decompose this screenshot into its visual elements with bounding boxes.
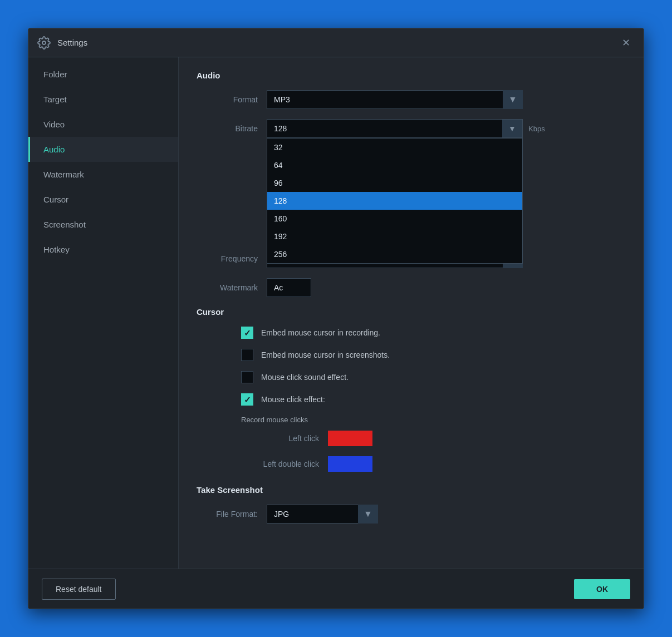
click-effect-checkbox[interactable]: ✓ [241, 393, 253, 406]
left-click-label: Left click [241, 434, 319, 443]
sidebar-item-folder[interactable]: Folder [28, 62, 178, 87]
watermark-input[interactable] [267, 278, 311, 297]
kbps-label: Kbps [528, 125, 545, 133]
file-format-select[interactable]: JPG [267, 505, 378, 524]
settings-window: Settings ✕ Folder Target Video Audio Wat… [28, 28, 644, 609]
cursor-section-title: Cursor [197, 307, 626, 317]
left-click-row: Left click [241, 431, 626, 446]
frequency-label: Frequency [197, 254, 258, 263]
bitrate-option-256[interactable]: 256 [267, 245, 522, 263]
left-click-color-swatch[interactable] [328, 431, 372, 446]
bitrate-select-container: 128 ▼ Kbps 32 64 96 128 160 192 256 [267, 119, 545, 138]
audio-section-title: Audio [197, 71, 626, 80]
settings-icon [37, 36, 51, 50]
bitrate-dropdown: 32 64 96 128 160 192 256 [267, 138, 523, 264]
file-format-select-wrapper: JPG ▼ [267, 505, 378, 524]
bitrate-row: Bitrate 128 ▼ Kbps 32 64 96 128 [197, 119, 626, 138]
embed-recording-row: ✓ Embed mouse cursor in recording. [241, 327, 626, 339]
format-label: Format [197, 95, 258, 104]
bitrate-option-160[interactable]: 160 [267, 210, 522, 228]
ok-button[interactable]: OK [574, 579, 630, 599]
watermark-row: Watermark [197, 278, 626, 297]
close-button[interactable]: ✕ [617, 34, 635, 52]
click-sound-checkbox[interactable] [241, 371, 253, 383]
sidebar-item-video[interactable]: Video [28, 112, 178, 137]
sidebar-item-audio[interactable]: Audio [28, 137, 178, 162]
watermark-label: Watermark [197, 283, 258, 292]
embed-screenshots-checkbox[interactable] [241, 349, 253, 361]
sidebar-item-hotkey[interactable]: Hotkey [28, 237, 178, 262]
file-format-label: File Format: [197, 510, 258, 519]
bitrate-select[interactable]: 128 ▼ [267, 119, 523, 138]
checkmark-icon: ✓ [244, 329, 251, 337]
file-format-row: File Format: JPG ▼ [197, 505, 626, 524]
bitrate-dropdown-arrow: ▼ [502, 120, 522, 137]
embed-recording-checkbox[interactable]: ✓ [241, 327, 253, 339]
screenshot-section: Take Screenshot File Format: JPG ▼ [197, 485, 626, 524]
sidebar-item-cursor[interactable]: Cursor [28, 187, 178, 212]
bitrate-option-128[interactable]: 128 [267, 192, 522, 210]
bitrate-select-row: 128 ▼ Kbps [267, 119, 545, 138]
format-select[interactable]: MP3 [267, 90, 523, 109]
footer: Reset default OK [28, 569, 644, 609]
reset-default-button[interactable]: Reset default [42, 579, 116, 600]
sidebar: Folder Target Video Audio Watermark Curs… [28, 57, 179, 569]
embed-screenshots-row: Embed mouse cursor in screenshots. [241, 349, 626, 361]
click-effect-row: ✓ Mouse click effect: [241, 393, 626, 406]
format-select-wrapper: MP3 ▼ [267, 90, 523, 109]
sidebar-item-target[interactable]: Target [28, 87, 178, 112]
bitrate-option-192[interactable]: 192 [267, 228, 522, 245]
window-title: Settings [57, 38, 617, 47]
bitrate-option-64[interactable]: 64 [267, 156, 522, 174]
svg-point-0 [42, 41, 46, 45]
bitrate-option-32[interactable]: 32 [267, 139, 522, 156]
titlebar: Settings ✕ [28, 28, 644, 57]
sidebar-item-watermark[interactable]: Watermark [28, 162, 178, 187]
embed-recording-label: Embed mouse cursor in recording. [261, 328, 380, 337]
record-mouse-clicks-label: Record mouse clicks [241, 416, 626, 424]
sidebar-item-screenshot[interactable]: Screenshot [28, 212, 178, 237]
click-sound-label: Mouse click sound effect. [261, 373, 349, 382]
left-double-click-color-swatch[interactable] [328, 456, 372, 472]
bitrate-label: Bitrate [197, 124, 258, 133]
content-area: Folder Target Video Audio Watermark Curs… [28, 57, 644, 569]
main-content: Audio Format MP3 ▼ Bitrate 128 ▼ [179, 57, 644, 569]
cursor-section: Cursor ✓ Embed mouse cursor in recording… [197, 307, 626, 472]
click-sound-row: Mouse click sound effect. [241, 371, 626, 383]
screenshot-section-title: Take Screenshot [197, 485, 626, 495]
left-double-click-row: Left double click [241, 456, 626, 472]
checkmark-icon-2: ✓ [244, 396, 251, 404]
left-double-click-label: Left double click [241, 460, 319, 468]
format-row: Format MP3 ▼ [197, 90, 626, 109]
click-effect-label: Mouse click effect: [261, 395, 325, 404]
bitrate-option-96[interactable]: 96 [267, 174, 522, 192]
embed-screenshots-label: Embed mouse cursor in screenshots. [261, 350, 390, 359]
